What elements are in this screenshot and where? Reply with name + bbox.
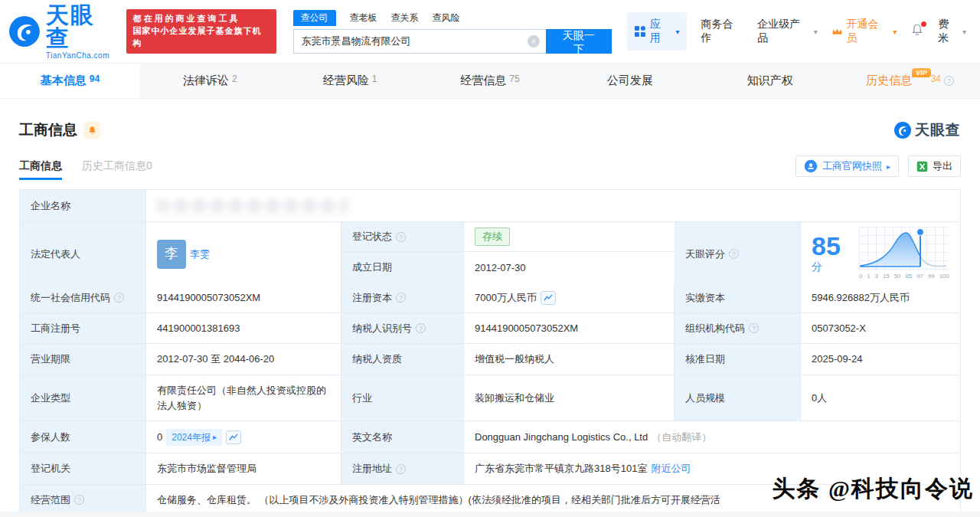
legal-rep-value: 李 李雯 <box>146 222 341 286</box>
help-icon[interactable]: ? <box>74 495 84 505</box>
establish-date-label: 成立日期 <box>341 252 464 283</box>
score-unit: 分 <box>812 260 822 273</box>
tab-basic-info[interactable]: 基本信息 94 <box>0 64 140 98</box>
help-icon[interactable]: ? <box>396 464 406 474</box>
tab-intellectual-property[interactable]: 知识产权 <box>700 64 840 98</box>
subtab-count: 0 <box>146 159 152 172</box>
export-button[interactable]: 导出 <box>908 155 961 177</box>
reg-status-value: 存续 <box>464 222 675 252</box>
capital-trend-icon[interactable] <box>541 291 556 305</box>
org-code-value: 05073052-X <box>801 313 960 343</box>
business-term-label: 营业期限 <box>20 344 146 375</box>
caret-down-icon: ▾ <box>962 28 966 36</box>
excel-icon <box>916 161 928 172</box>
search-button[interactable]: 天眼一下 <box>546 29 612 54</box>
search-tab-risk[interactable]: 查风险 <box>433 11 460 25</box>
taxpayer-quality-label: 纳税人资质 <box>341 344 464 375</box>
slogan-line1: 都在用的商业查询工具 <box>132 13 270 25</box>
reg-number-label: 工商注册号 <box>20 313 146 343</box>
tab-count: 2 <box>232 74 237 84</box>
clear-search-icon[interactable]: × <box>528 35 540 47</box>
nav-business-cooperation[interactable]: 商务合作 <box>701 18 743 45</box>
crown-icon <box>831 27 843 36</box>
tab-operational-risk[interactable]: 经营风险 1 <box>280 64 420 98</box>
reg-authority-value: 东莞市市场监督管理局 <box>146 453 341 484</box>
annual-report-badge[interactable]: 2024年报 ▸ <box>166 429 222 446</box>
reg-capital-label: 注册资本 ? <box>341 283 464 312</box>
apps-label: 应用 <box>650 18 671 45</box>
tab-label: 基本信息 <box>41 74 87 88</box>
legal-rep-avatar[interactable]: 李 <box>157 240 186 269</box>
label-text: 纳税人识别号 <box>352 321 412 336</box>
legal-rep-name-link[interactable]: 李雯 <box>190 247 210 262</box>
auto-translate-note: （自动翻译） <box>652 430 711 445</box>
tianyancha-logo[interactable]: 天眼查 TianYanCha.com <box>9 4 119 60</box>
label-text: 注册资本 <box>352 290 392 306</box>
caret-down-icon: ▾ <box>893 28 897 36</box>
label-text: 统一社会信用代码 <box>31 290 110 306</box>
help-icon[interactable]: ? <box>944 76 954 86</box>
apps-grid-icon <box>635 26 645 37</box>
tab-business-info[interactable]: 经营信息 75 <box>420 64 560 98</box>
tab-count: 1 <box>372 74 377 84</box>
help-icon[interactable]: ? <box>729 249 739 259</box>
value-text: 7000万人民币 <box>475 290 537 306</box>
credit-code-value: 9144190005073052XM <box>146 283 341 312</box>
tab-history-info[interactable]: 历史信息 VIP 34 ? <box>840 64 980 98</box>
company-tab-bar: 基本信息 94 法律诉讼 2 经营风险 1 经营信息 75 公司发展 知识产权 … <box>0 64 980 99</box>
status-date-subtable: 登记状态 ? 存续 成立日期 2012-07-30 <box>341 222 675 286</box>
taxpayer-quality-value: 增值税一般纳税人 <box>464 344 675 375</box>
tab-label: 历史信息 <box>866 74 912 88</box>
enterprise-label: 企业级产品 <box>757 18 811 45</box>
subscribe-bell-icon[interactable] <box>83 122 100 139</box>
english-name-value: Dongguan Jingchang Logistics Co., Ltd （自… <box>464 421 960 453</box>
apps-menu[interactable]: 应用 ▾ <box>627 12 688 51</box>
help-icon[interactable]: ? <box>396 232 406 242</box>
tab-count: 34 <box>931 74 941 84</box>
search-input[interactable] <box>293 29 546 54</box>
table-row: 统一社会信用代码 ? 9144190005073052XM 注册资本 ? 700… <box>20 283 960 313</box>
taxpayer-id-value: 9144190005073052XM <box>464 313 675 343</box>
score-marker-pin <box>917 229 924 236</box>
tab-company-development[interactable]: 公司发展 <box>560 64 700 98</box>
nav-enterprise-products[interactable]: 企业级产品 ▾ <box>757 18 818 45</box>
notification-dot <box>921 21 926 27</box>
tab-label: 经营信息 <box>460 74 506 88</box>
table-row: 法定代表人 李 李雯 登记状态 ? 存续 成立日期 2012-07-30 天眼评… <box>20 222 960 283</box>
legal-rep-label: 法定代表人 <box>20 222 146 286</box>
tab-count: 75 <box>509 74 519 84</box>
table-row: 企业类型 有限责任公司（非自然人投资或控股的法人独资） 行业 装卸搬运和仓储业 … <box>20 375 960 421</box>
company-type-label: 企业类型 <box>20 375 146 420</box>
open-vip-button[interactable]: 开通会员 ▾ <box>831 18 897 45</box>
caret-down-icon: ▾ <box>675 28 679 36</box>
taxpayer-id-label: 纳税人识别号 ? <box>341 313 464 343</box>
help-icon[interactable]: ? <box>114 293 124 303</box>
logo-domain: TianYanCha.com <box>46 52 119 60</box>
insured-trend-icon[interactable] <box>226 430 241 444</box>
tianyancha-logo-icon <box>9 16 40 47</box>
help-icon[interactable]: ? <box>749 323 759 333</box>
help-icon[interactable]: ? <box>416 323 426 333</box>
search-tab-company[interactable]: 查公司 <box>293 10 336 26</box>
subtab-history-registration[interactable]: 历史工商信息0 <box>82 159 152 180</box>
notifications-bell-icon[interactable] <box>910 23 924 40</box>
value-text: 0 <box>157 430 162 445</box>
section-title: 工商信息 <box>19 120 77 140</box>
subtab-business-registration[interactable]: 工商信息 <box>19 159 62 180</box>
staff-size-value: 0人 <box>801 375 960 420</box>
export-label: 导出 <box>933 159 952 173</box>
caret-down-icon: ▾ <box>814 28 818 36</box>
official-snapshot-button[interactable]: 工商官网快照 ▸ <box>795 155 899 177</box>
paid-capital-label: 实缴资本 <box>675 283 801 312</box>
nearby-companies-link[interactable]: 附近公司 <box>651 461 691 476</box>
user-menu[interactable]: 费米 ▾ <box>938 18 966 45</box>
tab-legal-proceedings[interactable]: 法律诉讼 2 <box>140 64 280 98</box>
section-brand-logo: 天眼查 <box>894 120 961 140</box>
business-info-table: 企业名称 法定代表人 李 李雯 登记状态 ? 存续 成立日期 2012- <box>19 189 961 515</box>
help-icon[interactable]: ? <box>396 293 406 303</box>
tab-label: 公司发展 <box>607 74 653 88</box>
industry-value: 装卸搬运和仓储业 <box>464 375 675 420</box>
search-tab-boss[interactable]: 查老板 <box>350 11 377 25</box>
org-code-label: 组织机构代码 ? <box>675 313 801 343</box>
search-tab-relation[interactable]: 查关系 <box>391 11 419 25</box>
